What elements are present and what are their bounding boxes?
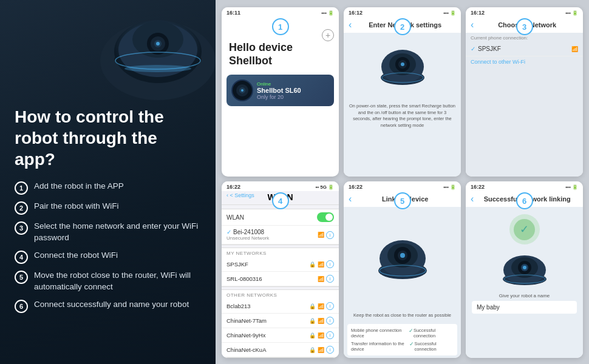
time-1: 16:11	[226, 10, 240, 16]
list-item: 5 Move the robot close to the router, Wi…	[15, 270, 201, 293]
screen-5: 16:22 ▪▪▪ 🔋 5 ‹ Linking device	[344, 181, 461, 358]
lock-icon-0: 🔒	[309, 261, 316, 268]
step-text-4: Connect the robot WiFi	[34, 250, 118, 261]
my-networks-section: MY NETWORKS SPSJKF 🔒 📶 i SRL-0800316 📶	[222, 248, 339, 287]
list-item: 1 Add the robot in the APP	[15, 181, 201, 195]
add-device-button[interactable]: +	[322, 29, 334, 41]
wifi-icon-1: 📶	[318, 276, 324, 282]
status-icons-2: ▪▪▪ 🔋	[443, 10, 456, 16]
step-badge-6: 6	[516, 192, 533, 209]
step-badge-1: 1	[272, 18, 289, 35]
screen6-content: ✓ Give your robot a name My baby	[466, 207, 583, 358]
wlan-content: WLAN ✓ Bei-241008 Unsecured Network	[222, 205, 339, 358]
selected-network-item[interactable]: ✓ SPSJKF 📶	[466, 42, 583, 56]
page-title: How to control the robot through the app…	[15, 106, 201, 170]
time-6: 16:22	[471, 184, 485, 190]
signal-icon-2: ▪▪▪	[443, 10, 449, 16]
status-bar-2: 16:12 ▪▪▪ 🔋	[344, 7, 461, 17]
network-row-spsjkf[interactable]: SPSJKF 🔒 📶 i	[222, 257, 339, 272]
time-2: 16:12	[349, 10, 363, 16]
step-number-4: 4	[15, 251, 28, 264]
status-row-1: Mobile phone connection device ✓ Success…	[351, 326, 454, 340]
info-icon-o3[interactable]: i	[326, 346, 334, 354]
info-icon-1[interactable]: i	[326, 275, 334, 283]
screen1-title: Hello device Shellbot	[226, 41, 334, 67]
bottom-screens-row: 16:22 ▪▪ 5G 🔋 4 ‹ < Settings WLAN WLAN	[222, 181, 583, 358]
network-row-chinanet2[interactable]: ChinaNet-9yHx 🔒 📶 i	[222, 328, 339, 343]
battery-icon-4: 🔋	[328, 184, 334, 190]
top-screens-row: 16:11 ▪▪▪ 🔋 1 Hello device Shellbot +	[222, 7, 583, 177]
left-panel: How to control the robot through the app…	[0, 0, 216, 364]
5g-icon: 5G	[320, 184, 327, 190]
time-5: 16:22	[349, 184, 363, 190]
network-icons-other-1: 🔒 📶 i	[309, 317, 334, 325]
status-row-2: Transfer information to the device ✓ Suc…	[351, 340, 454, 353]
screen3-content: Current phone connection: ✓ SPSJKF 📶 Con…	[466, 33, 583, 177]
device-online-status: Online	[257, 81, 329, 87]
screen-1: 16:11 ▪▪▪ 🔋 1 Hello device Shellbot +	[222, 7, 339, 177]
device-card[interactable]: Online Shellbot SL60 Only for 20	[226, 75, 334, 106]
info-icon-o1[interactable]: i	[326, 317, 334, 325]
info-icon-o0[interactable]: i	[326, 302, 334, 310]
status-icons-3: ▪▪▪ 🔋	[565, 10, 578, 16]
step-text-1: Add the robot in the APP	[34, 181, 124, 192]
wifi-icon-o2: 📶	[318, 332, 324, 339]
status-bar-5: 16:22 ▪▪▪ 🔋	[344, 181, 461, 191]
list-item: 2 Pair the robot with WiFi	[15, 201, 201, 215]
wlan-toggle-section: WLAN ✓ Bei-241008 Unsecured Network	[222, 209, 339, 245]
step-badge-4: 4	[272, 192, 289, 209]
name-label: Give your robot a name	[466, 293, 583, 298]
status-icons-4: ▪▪ 5G 🔋	[316, 184, 334, 190]
list-item: 4 Connect the robot WiFi	[15, 250, 201, 264]
status-val-1: Successful connection	[414, 328, 454, 339]
screen-4: 16:22 ▪▪ 5G 🔋 4 ‹ < Settings WLAN WLAN	[222, 181, 339, 358]
connected-network-sub: Unsecured Network	[226, 235, 318, 241]
info-icon-0[interactable]: i	[326, 260, 334, 268]
steps-list: 1 Add the robot in the APP 2 Pair the ro…	[15, 181, 201, 313]
svg-point-8	[156, 42, 160, 46]
step-text-5: Move the robot close to the router, WiFi…	[34, 270, 201, 293]
back-arrow-6[interactable]: ‹	[471, 194, 474, 204]
other-wifi-link[interactable]: Connect to other Wi-Fi	[466, 56, 583, 67]
network-row-bclab[interactable]: Bclab213 🔒 📶 i	[222, 299, 339, 314]
status-bar-3: 16:12 ▪▪▪ 🔋	[466, 7, 583, 17]
network-icons-other-2: 🔒 📶 i	[309, 331, 334, 339]
connected-network-row[interactable]: ✓ Bei-241008 Unsecured Network 📶 i	[222, 226, 339, 244]
info-icon-conn[interactable]: i	[326, 231, 334, 239]
linking-instruction: Keep the robot as close to the router as…	[344, 310, 461, 322]
step-number-5: 5	[15, 271, 28, 284]
info-icon-o2[interactable]: i	[326, 331, 334, 339]
back-arrow-3[interactable]: ‹	[471, 19, 474, 30]
network-row-chinanet3[interactable]: ChinaNet-cKuA 🔒 📶 i	[222, 343, 339, 357]
device-name: Shellbot SL60	[257, 87, 329, 94]
device-info: Online Shellbot SL60 Only for 20	[257, 81, 329, 100]
status-label-1: Mobile phone connection device	[351, 328, 409, 339]
signal-icon: ▪▪▪	[321, 10, 327, 16]
wlan-toggle[interactable]	[317, 212, 334, 222]
robot-image	[64, 6, 216, 103]
linking-robot-illustration	[344, 207, 461, 310]
step-text-6: Connect successfully and name your robot	[34, 299, 189, 311]
success-check-area: ✓	[509, 214, 540, 244]
screen1-content: Hello device Shellbot + Online	[222, 17, 339, 177]
step-badge-2: 2	[394, 18, 411, 35]
list-item: 3 Select the home network and enter your…	[15, 221, 201, 244]
back-arrow-2[interactable]: ‹	[349, 19, 352, 30]
battery-icon-6: 🔋	[572, 184, 578, 190]
time-4: 16:22	[226, 184, 240, 190]
step-number-2: 2	[15, 201, 28, 215]
success-robot-illustration	[466, 252, 583, 288]
network-row-srl[interactable]: SRL-0800316 📶 i	[222, 272, 339, 286]
checkmark-icon: ✓	[471, 46, 475, 52]
svg-point-10	[124, 65, 191, 72]
robot-name-input[interactable]: My baby	[472, 301, 577, 314]
status-icons-6: ▪▪▪ 🔋	[565, 184, 578, 190]
back-arrow-5[interactable]: ‹	[349, 194, 352, 204]
screen-6: 16:22 ▪▪▪ 🔋 6 ‹ Successful Network linki…	[466, 181, 583, 358]
network-row-chinanet1[interactable]: ChinaNet-7Tam 🔒 📶 i	[222, 314, 339, 328]
screen2-bg: On power-on state, press the smart Recha…	[344, 33, 461, 177]
lock-icon-o1: 🔒	[309, 318, 316, 324]
wifi-icon-o0: 📶	[318, 303, 324, 309]
status-bar-4: 16:22 ▪▪ 5G 🔋	[222, 181, 339, 191]
status-icons-1: ▪▪▪ 🔋	[321, 10, 334, 16]
